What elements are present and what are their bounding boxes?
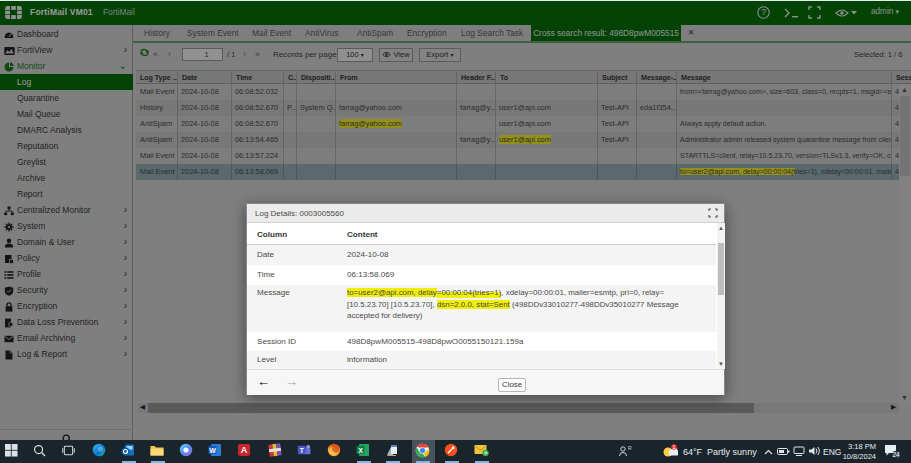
- svg-text:T: T: [300, 447, 304, 454]
- svg-text:W: W: [209, 447, 216, 454]
- svg-text:24: 24: [892, 451, 900, 458]
- svg-text:A: A: [241, 445, 248, 455]
- svg-text:R: R: [628, 445, 632, 451]
- svg-text:1: 1: [672, 444, 675, 450]
- svg-text:X: X: [358, 447, 363, 454]
